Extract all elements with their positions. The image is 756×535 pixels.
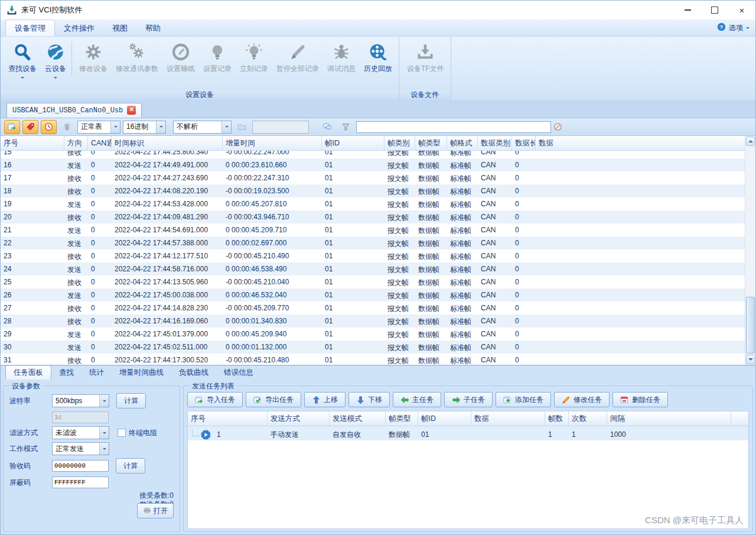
column-header[interactable]: 间隔 bbox=[607, 411, 731, 426]
number-format-select[interactable]: 16进制 bbox=[123, 121, 166, 134]
options-button[interactable]: 选项 bbox=[729, 23, 743, 33]
tab-view[interactable]: 视图 bbox=[103, 20, 136, 36]
tab-device-management[interactable]: 设备管理 bbox=[5, 20, 55, 36]
column-header[interactable]: 帧类型 bbox=[415, 136, 447, 150]
chevron-down-icon[interactable] bbox=[746, 27, 750, 31]
filter-input[interactable] bbox=[356, 121, 551, 133]
baud-rate-select[interactable]: 500kbps bbox=[52, 394, 109, 407]
column-header[interactable]: 数据 bbox=[536, 136, 745, 150]
table-row[interactable]: 25接收02022-04-22 17:44:13.505.960-0 00:00… bbox=[1, 275, 745, 288]
tab-error-info[interactable]: 错误信息 bbox=[216, 366, 261, 380]
clear-filter-icon[interactable] bbox=[553, 122, 562, 131]
tab-task-panel[interactable]: 任务面板 bbox=[5, 365, 51, 380]
table-row[interactable]: 27接收02022-04-22 17:44:14.828.230-0 00:00… bbox=[1, 301, 745, 314]
filter-button[interactable] bbox=[338, 120, 354, 134]
tab-load-curve[interactable]: 负载曲线 bbox=[171, 366, 216, 380]
calc-baud-button[interactable]: 计算 bbox=[116, 393, 146, 408]
parse-file-input[interactable] bbox=[252, 121, 309, 134]
move-down-button[interactable]: 下移 bbox=[348, 392, 390, 407]
table-row[interactable]: 19发送02022-04-22 17:44:53.428.0000 00:00:… bbox=[1, 197, 745, 210]
table-row[interactable]: 22发送02022-04-22 17:44:57.388.0000 00:00:… bbox=[1, 236, 745, 249]
column-header[interactable]: 数据长度 bbox=[512, 136, 536, 150]
minimize-button[interactable] bbox=[674, 1, 701, 20]
table-row[interactable]: 30发送02022-04-22 17:45:02.511.0000 00:00:… bbox=[1, 341, 745, 354]
folder-button[interactable] bbox=[234, 120, 250, 134]
move-up-button[interactable]: 上移 bbox=[304, 392, 346, 407]
trash-button[interactable] bbox=[59, 120, 75, 134]
ribbon-button-bulb-rays[interactable]: 立刻记录 bbox=[236, 41, 272, 75]
export-data-button[interactable] bbox=[4, 120, 20, 134]
calc-accept-button[interactable]: 计算 bbox=[116, 458, 145, 474]
accept-code-field[interactable] bbox=[52, 460, 109, 472]
column-header[interactable]: 增量时间 bbox=[223, 136, 322, 150]
column-header[interactable]: 发送模式 bbox=[330, 411, 386, 426]
ribbon-button-pencil[interactable]: 暂停全部记录 bbox=[272, 41, 323, 75]
import-task-button[interactable]: 导入任务 bbox=[187, 392, 243, 407]
tab-statistics[interactable]: 统计 bbox=[82, 366, 112, 380]
ribbon-button-film-reel[interactable]: 历史回放 bbox=[360, 41, 396, 75]
main-task-button[interactable]: 主任务 bbox=[393, 392, 441, 407]
column-header[interactable]: 帧ID bbox=[322, 136, 384, 150]
table-row[interactable]: 20接收02022-04-22 17:44:09.481.290-0 00:00… bbox=[1, 210, 745, 223]
scroll-down-icon[interactable] bbox=[746, 355, 755, 364]
tab-close-icon[interactable]: × bbox=[127, 106, 136, 115]
ribbon-button-bug[interactable]: 调试消息 bbox=[323, 41, 360, 75]
vertical-scrollbar[interactable] bbox=[745, 136, 755, 365]
timer-button[interactable] bbox=[41, 120, 57, 134]
table-row[interactable]: 31接收02022-04-22 17:44:17.300.520-0 00:00… bbox=[1, 354, 745, 365]
add-task-button[interactable]: 添加任务 bbox=[496, 392, 551, 407]
table-row[interactable]: 18接收02022-04-22 17:44:08.220.190-0 00:00… bbox=[1, 184, 745, 197]
column-header[interactable]: 次数 bbox=[569, 411, 607, 426]
column-header[interactable]: 帧格式 bbox=[447, 136, 478, 150]
mask-code-field[interactable] bbox=[52, 476, 109, 488]
column-header[interactable]: 帧ID bbox=[418, 411, 471, 426]
column-header[interactable]: 数据类别 bbox=[478, 136, 512, 150]
tag-button[interactable] bbox=[22, 120, 38, 134]
table-row[interactable]: 26发送02022-04-22 17:45:00.038.0000 00:00:… bbox=[1, 288, 745, 301]
parse-mode-select[interactable]: 不解析 bbox=[173, 121, 232, 134]
column-header[interactable]: 帧类别 bbox=[384, 136, 415, 150]
work-mode-select[interactable]: 正常发送 bbox=[52, 442, 109, 455]
tab-help[interactable]: 帮助 bbox=[136, 20, 170, 36]
modify-task-button[interactable]: 修改任务 bbox=[554, 392, 610, 407]
ribbon-button-sleep-gauge[interactable]: 设置睡眠 bbox=[162, 41, 199, 75]
table-row[interactable]: 24发送02022-04-22 17:44:58.716.0000 00:00:… bbox=[1, 262, 745, 275]
column-header[interactable]: 帧数 bbox=[545, 411, 569, 426]
table-row[interactable]: 21发送02022-04-22 17:44:54.691.0000 00:00:… bbox=[1, 223, 745, 236]
play-icon[interactable] bbox=[201, 430, 211, 440]
column-header[interactable]: 序号 bbox=[188, 411, 268, 426]
export-task-button[interactable]: 导出任务 bbox=[246, 392, 301, 407]
tab-file-operations[interactable]: 文件操作 bbox=[55, 20, 103, 36]
ribbon-button-bulb[interactable]: 设置记录 bbox=[199, 41, 236, 75]
column-header[interactable]: 发送方式 bbox=[268, 411, 330, 426]
column-header[interactable]: 时间标识 bbox=[112, 136, 223, 150]
ribbon-button-globe[interactable]: 云设备 bbox=[41, 41, 70, 82]
table-row[interactable]: 16发送02022-04-22 17:44:49.491.0000 00:00:… bbox=[1, 158, 745, 171]
maximize-button[interactable] bbox=[701, 1, 728, 20]
document-tab[interactable]: USBCAN_1CH_USB0_CanNo0_Usb × bbox=[6, 103, 142, 118]
column-header[interactable]: 方向 bbox=[64, 136, 88, 150]
column-header[interactable]: CAN通道 bbox=[88, 136, 112, 150]
ribbon-button-gears[interactable]: 修改通讯参数 bbox=[112, 41, 162, 75]
open-device-button[interactable]: 打开 bbox=[137, 503, 174, 518]
ribbon-button-tf-download[interactable]: 设备TF文件 bbox=[403, 41, 448, 75]
ribbon-button-gear[interactable]: 修改设备 bbox=[71, 41, 112, 75]
ribbon-button-search[interactable]: 查找设备 bbox=[4, 41, 41, 82]
delete-task-button[interactable]: 删除任务 bbox=[612, 392, 668, 407]
table-row[interactable]: 17接收02022-04-22 17:44:27.243.690-0 00:00… bbox=[1, 171, 745, 184]
scroll-up-icon[interactable] bbox=[746, 137, 755, 146]
scrollbar-thumb[interactable] bbox=[746, 297, 755, 354]
column-header[interactable]: 帧类型 bbox=[386, 411, 418, 426]
help-icon[interactable]: ? bbox=[717, 22, 726, 34]
table-row[interactable]: 23接收02022-04-22 17:44:12.177.510-0 00:00… bbox=[1, 249, 745, 262]
tab-delta-curve[interactable]: 增量时间曲线 bbox=[112, 366, 171, 380]
table-row[interactable]: 15接收02022-04-22 17:44:25.800.340-0 00:00… bbox=[1, 151, 745, 158]
table-row[interactable]: 29发送02022-04-22 17:45:01.379.0000 00:00:… bbox=[1, 328, 745, 341]
column-header[interactable]: 序号 bbox=[1, 136, 64, 150]
terminal-resistor-checkbox[interactable] bbox=[118, 429, 126, 437]
task-row[interactable]: 1手动发送自发自收数据帧01111000 bbox=[188, 426, 748, 440]
close-button[interactable]: × bbox=[728, 1, 755, 20]
sub-task-button[interactable]: 子任务 bbox=[444, 392, 493, 407]
view-mode-select[interactable]: 正常表 bbox=[77, 121, 120, 134]
comment-button[interactable] bbox=[320, 120, 335, 134]
